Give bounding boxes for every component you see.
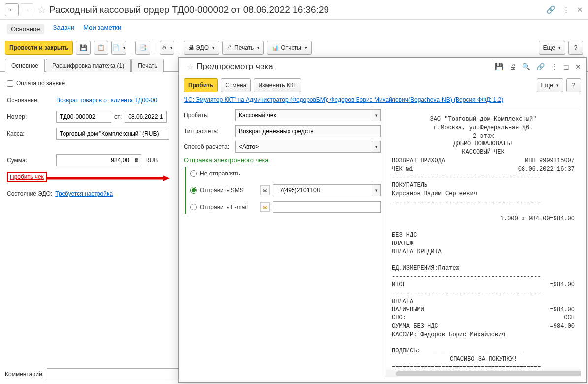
send-email-label: Отправить E-mail xyxy=(200,204,257,210)
receipt-company: ЗАО "Торговый дом Комплексный" xyxy=(392,115,575,124)
edo-state-link[interactable]: Требуется настройка xyxy=(55,190,113,197)
panel-star-icon[interactable]: ☆ xyxy=(187,62,194,71)
number-label: Номер: xyxy=(7,113,56,120)
receipt-addr: г.Москва, ул.Федеральная д6. xyxy=(392,124,575,132)
punch-type-select[interactable] xyxy=(235,109,372,121)
post-and-close-button[interactable]: Провести и закрыть xyxy=(5,41,73,55)
phone-field[interactable] xyxy=(273,184,372,196)
from-label: от: xyxy=(114,113,122,120)
panel-more-button[interactable]: Еще▾ xyxy=(537,78,563,92)
pay-by-request-checkbox[interactable] xyxy=(7,80,13,87)
sub-tab-print[interactable]: Печать xyxy=(131,59,163,72)
favorite-star-icon[interactable]: ☆ xyxy=(37,4,46,16)
calculator-icon[interactable]: 🖩 xyxy=(132,154,141,166)
receipt-welcome: ДОБРО ПОЖАЛОВАТЬ! xyxy=(392,140,575,148)
save-button[interactable]: 💾 xyxy=(76,41,91,55)
edo-button[interactable]: 🖶 ЭДО▾ xyxy=(184,41,219,55)
window-header: ← → ☆ Расходный кассовый ордер ТД00-0000… xyxy=(0,0,588,20)
cash-label: Касса: xyxy=(7,130,56,137)
panel-close-icon[interactable]: ✕ xyxy=(575,63,581,70)
email-icon: ✉ xyxy=(260,202,270,212)
edo-state-label: Состояние ЭДО: xyxy=(7,190,52,197)
send-section-head: Отправка электронного чека xyxy=(184,156,381,164)
punch-button[interactable]: Пробить xyxy=(184,78,218,92)
receipt-floor: 2 этаж xyxy=(392,132,575,140)
sub-tab-detail[interactable]: Расшифровка платежа (1) xyxy=(46,59,131,72)
kkt-info-link[interactable]: '1С: Эмулятор ККТ' на Администратор (Фед… xyxy=(179,95,586,107)
panel-print-icon[interactable]: 🖨 xyxy=(509,63,516,70)
sms-icon: ✉ xyxy=(260,185,270,195)
settings-button[interactable]: ⚙▾ xyxy=(160,41,174,55)
link-icon[interactable]: 🔗 xyxy=(546,5,555,14)
dropdown-icon[interactable]: ▾ xyxy=(372,109,381,121)
panel-preview-icon[interactable]: 🔍 xyxy=(522,63,530,70)
dk-button[interactable]: 📄▾ xyxy=(111,41,126,55)
no-send-label: Не отправлять xyxy=(200,170,257,177)
reports-button[interactable]: 📊 Отчеты▾ xyxy=(267,41,311,55)
panel-help-button[interactable]: ? xyxy=(566,78,581,92)
more-button[interactable]: Еще▾ xyxy=(539,41,565,55)
no-send-radio[interactable] xyxy=(190,170,197,177)
basis-link[interactable]: Возврат товаров от клиента ТД00-00 xyxy=(56,97,157,104)
sum-label: Сумма: xyxy=(7,157,56,164)
panel-save-icon[interactable]: 💾 xyxy=(495,63,503,70)
send-sms-label: Отправить SMS xyxy=(200,187,257,194)
more-vert-icon[interactable]: ⋮ xyxy=(562,5,570,14)
send-sms-radio[interactable] xyxy=(190,187,197,194)
page-title: Расходный кассовый ордер ТД00-000002 от … xyxy=(49,4,546,15)
punch-check-link[interactable]: Пробить чек xyxy=(7,172,47,182)
sub-tab-main[interactable]: Основное xyxy=(5,59,45,72)
currency-label: RUB xyxy=(145,157,158,164)
change-kkt-button[interactable]: Изменить ККТ xyxy=(254,78,301,92)
cash-field[interactable] xyxy=(56,128,169,140)
nav-tab-tasks[interactable]: Задачи xyxy=(53,24,75,34)
dropdown-icon[interactable]: ▾ xyxy=(372,184,381,196)
date-field[interactable] xyxy=(125,111,167,123)
panel-maximize-icon[interactable]: ◻ xyxy=(563,63,569,70)
receipt-check-type: КАССОВЫЙ ЧЕК xyxy=(392,148,575,157)
basis-label: Основание: xyxy=(7,97,56,104)
calc-method-label: Способ расчета: xyxy=(184,143,235,150)
nav-back-button[interactable]: ← xyxy=(5,3,19,16)
post-button[interactable]: 📋 xyxy=(94,41,108,55)
cancel-button[interactable]: Отмена xyxy=(221,78,251,92)
panel-more-icon[interactable]: ⋮ xyxy=(551,63,557,70)
calc-type-field[interactable] xyxy=(235,125,381,137)
nav-tab-notes[interactable]: Мои заметки xyxy=(83,24,121,34)
main-toolbar: Провести и закрыть 💾 📋 📄▾ 📑 ⚙▾ 🖶 ЭДО▾ 🖨 … xyxy=(0,38,588,58)
help-button[interactable]: ? xyxy=(568,41,583,55)
punch-type-label: Пробить: xyxy=(184,112,235,119)
horizontal-scrollbar[interactable] xyxy=(386,370,581,377)
send-email-radio[interactable] xyxy=(190,204,197,210)
sum-field[interactable] xyxy=(56,154,132,166)
panel-title: Предпросмотр чека xyxy=(196,62,495,71)
calc-type-label: Тип расчета: xyxy=(184,128,235,135)
calc-method-select[interactable] xyxy=(235,141,372,153)
pay-by-request-label: Оплата по заявке xyxy=(16,80,65,87)
receipt-preview: ЗАО "Торговый дом Комплексный" г.Москва,… xyxy=(386,109,581,377)
nav-forward-button[interactable]: → xyxy=(20,3,33,16)
structure-button[interactable]: 📑 xyxy=(135,41,150,55)
receipt-preview-panel: ☆ Предпросмотр чека 💾 🖨 🔍 🔗 ⋮ ◻ ✕ Пробит… xyxy=(178,57,587,383)
number-field[interactable] xyxy=(56,111,111,123)
nav-tab-main[interactable]: Основное xyxy=(7,24,44,34)
close-icon[interactable]: ✕ xyxy=(577,5,583,14)
dropdown-icon[interactable]: ▾ xyxy=(372,141,381,153)
section-nav: Основное Задачи Мои заметки xyxy=(0,20,588,38)
comment-label: Комментарий: xyxy=(5,371,44,378)
print-button[interactable]: 🖨 Печать▾ xyxy=(222,41,264,55)
panel-link-icon[interactable]: 🔗 xyxy=(536,63,545,70)
email-field[interactable] xyxy=(273,201,381,213)
panel-form: Пробить: ▾ Тип расчета: Способ расчета: … xyxy=(179,107,386,382)
